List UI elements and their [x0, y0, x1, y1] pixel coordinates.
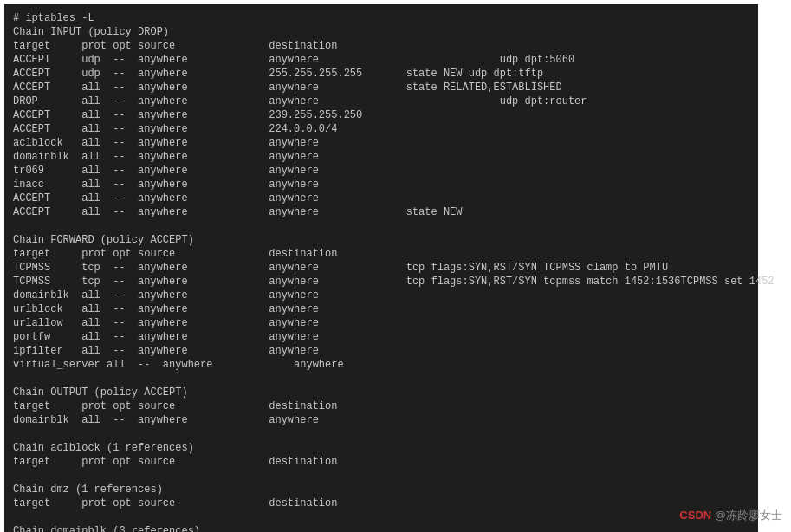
csdn-logo: CSDN [679, 509, 714, 522]
line-inacc-input: inacc all -- anywhere anywhere [13, 178, 749, 191]
line-blank4 [13, 469, 749, 483]
line-accept-udp-tftp: ACCEPT udp -- anywhere 255.255.255.255 s… [13, 67, 749, 81]
line-domainblk-fwd: domainblk all -- anywhere anywhere [13, 289, 749, 302]
line-accept-multicast1: ACCEPT all -- anywhere 239.255.255.250 [13, 108, 749, 122]
line-tcpmss2: TCPMSS tcp -- anywhere anywhere tcp flag… [13, 275, 749, 289]
line-blank3 [13, 427, 749, 441]
line-chain-forward: Chain FORWARD (policy ACCEPT) [13, 233, 749, 247]
line-ipfilter: ipfilter all -- anywhere anywhere [13, 344, 749, 358]
terminal-area: # iptables -L Chain INPUT (policy DROP) … [4, 4, 758, 532]
line-blank1 [13, 219, 749, 233]
line-chain-domainblk: Chain domainblk (3 references) [13, 524, 749, 532]
line-blank2 [13, 372, 749, 386]
line-drop-router: DROP all -- anywhere anywhere udp dpt:ro… [13, 94, 749, 108]
line-portfw: portfw all -- anywhere anywhere [13, 330, 749, 344]
line-header-aclblock: target prot opt source destination [13, 455, 749, 469]
line-accept-multicast2: ACCEPT all -- anywhere 224.0.0.0/4 [13, 122, 749, 136]
line-domainblk1: domainblk all -- anywhere anywhere [13, 150, 749, 164]
line-accept-udp-5060: ACCEPT udp -- anywhere anywhere udp dpt:… [13, 53, 749, 67]
line-chain-input: Chain INPUT (policy DROP) [13, 25, 749, 39]
line-header-forward: target prot opt source destination [13, 247, 749, 261]
line-tr069: tr069 all -- anywhere anywhere [13, 164, 749, 178]
watermark-author: @冻龄廖女士 [715, 509, 782, 522]
line-blank5 [13, 510, 749, 524]
line-accept-state-new: ACCEPT all -- anywhere anywhere state NE… [13, 205, 749, 219]
watermark: CSDN @冻龄廖女士 [679, 508, 782, 523]
line-header-output: target prot opt source destination [13, 399, 749, 413]
line-urlallow: urlallow all -- anywhere anywhere [13, 316, 749, 330]
line-aclblock: aclblock all -- anywhere anywhere [13, 136, 749, 150]
line-header-input: target prot opt source destination [13, 39, 749, 53]
line-chain-aclblock: Chain aclblock (1 references) [13, 441, 749, 455]
line-command: # iptables -L [13, 11, 749, 25]
line-accept-all1: ACCEPT all -- anywhere anywhere [13, 191, 749, 205]
line-virtual-server: virtual_server all -- anywhere anywhere [13, 358, 749, 372]
line-tcpmss1: TCPMSS tcp -- anywhere anywhere tcp flag… [13, 261, 749, 275]
line-chain-dmz: Chain dmz (1 references) [13, 483, 749, 496]
line-chain-output: Chain OUTPUT (policy ACCEPT) [13, 386, 749, 399]
line-urlblock: urlblock all -- anywhere anywhere [13, 302, 749, 316]
screenshot-container: # iptables -L Chain INPUT (policy DROP) … [0, 0, 791, 532]
line-accept-all-related: ACCEPT all -- anywhere anywhere state RE… [13, 81, 749, 94]
line-header-dmz: target prot opt source destination [13, 496, 749, 510]
line-domainblk-out: domainblk all -- anywhere anywhere [13, 413, 749, 427]
